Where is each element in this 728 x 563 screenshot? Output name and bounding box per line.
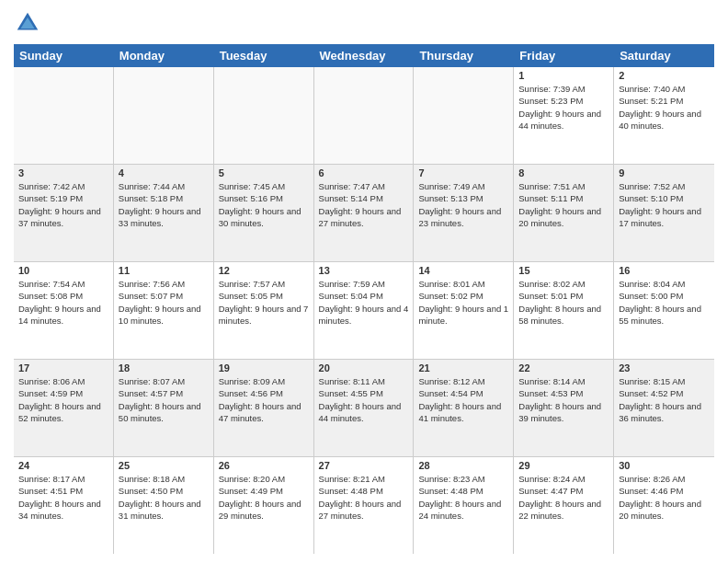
day-info: Sunrise: 8:18 AMSunset: 4:50 PMDaylight:… (119, 473, 209, 522)
day-info: Sunrise: 7:47 AMSunset: 5:14 PMDaylight:… (319, 180, 409, 229)
day-number: 17 (18, 362, 108, 373)
calendar-cell: 25Sunrise: 8:18 AMSunset: 4:50 PMDayligh… (114, 457, 214, 554)
calendar-row: 3Sunrise: 7:42 AMSunset: 5:19 PMDaylight… (14, 165, 714, 262)
day-info: Sunrise: 8:07 AMSunset: 4:57 PMDaylight:… (119, 375, 209, 424)
day-info: Sunrise: 8:11 AMSunset: 4:55 PMDaylight:… (319, 375, 409, 424)
day-info: Sunrise: 8:26 AMSunset: 4:46 PMDaylight:… (619, 473, 710, 522)
day-info: Sunrise: 8:23 AMSunset: 4:48 PMDaylight:… (418, 473, 508, 522)
calendar-cell: 1Sunrise: 7:39 AMSunset: 5:23 PMDaylight… (514, 67, 614, 164)
day-info: Sunrise: 7:44 AMSunset: 5:18 PMDaylight:… (119, 180, 209, 229)
day-number: 26 (219, 460, 309, 471)
calendar-cell: 19Sunrise: 8:09 AMSunset: 4:56 PMDayligh… (214, 360, 314, 456)
calendar-cell: 17Sunrise: 8:06 AMSunset: 4:59 PMDayligh… (14, 360, 114, 456)
weekday-header: Wednesday (314, 44, 415, 67)
calendar-cell: 6Sunrise: 7:47 AMSunset: 5:14 PMDaylight… (314, 165, 415, 261)
calendar-body: 1Sunrise: 7:39 AMSunset: 5:23 PMDaylight… (14, 67, 714, 554)
day-info: Sunrise: 8:06 AMSunset: 4:59 PMDaylight:… (18, 375, 108, 424)
day-info: Sunrise: 8:12 AMSunset: 4:54 PMDaylight:… (418, 375, 508, 424)
day-info: Sunrise: 8:09 AMSunset: 4:56 PMDaylight:… (219, 375, 309, 424)
day-number: 12 (219, 265, 309, 276)
day-number: 15 (518, 265, 609, 276)
calendar-cell: 28Sunrise: 8:23 AMSunset: 4:48 PMDayligh… (414, 457, 514, 554)
calendar-cell: 29Sunrise: 8:24 AMSunset: 4:47 PMDayligh… (514, 457, 614, 554)
day-number: 18 (119, 362, 209, 373)
day-number: 8 (518, 167, 609, 178)
day-info: Sunrise: 7:54 AMSunset: 5:08 PMDaylight:… (18, 278, 108, 327)
calendar-cell: 30Sunrise: 8:26 AMSunset: 4:46 PMDayligh… (614, 457, 714, 554)
calendar-cell: 5Sunrise: 7:45 AMSunset: 5:16 PMDaylight… (214, 165, 314, 261)
day-info: Sunrise: 7:51 AMSunset: 5:11 PMDaylight:… (518, 180, 609, 229)
calendar-cell: 27Sunrise: 8:21 AMSunset: 4:48 PMDayligh… (314, 457, 415, 554)
calendar-row: 10Sunrise: 7:54 AMSunset: 5:08 PMDayligh… (14, 262, 714, 360)
logo (14, 9, 45, 37)
weekday-header: Tuesday (214, 44, 314, 67)
day-info: Sunrise: 7:45 AMSunset: 5:16 PMDaylight:… (219, 180, 309, 229)
day-number: 9 (619, 167, 710, 178)
calendar-cell: 26Sunrise: 8:20 AMSunset: 4:49 PMDayligh… (214, 457, 314, 554)
day-number: 1 (518, 70, 609, 81)
day-number: 6 (319, 167, 409, 178)
day-info: Sunrise: 7:57 AMSunset: 5:05 PMDaylight:… (219, 278, 309, 327)
calendar-cell: 22Sunrise: 8:14 AMSunset: 4:53 PMDayligh… (514, 360, 614, 456)
calendar-cell: 24Sunrise: 8:17 AMSunset: 4:51 PMDayligh… (14, 457, 114, 554)
day-number: 5 (219, 167, 309, 178)
day-info: Sunrise: 7:42 AMSunset: 5:19 PMDaylight:… (18, 180, 108, 229)
page: SundayMondayTuesdayWednesdayThursdayFrid… (0, 0, 728, 563)
calendar-cell: 15Sunrise: 8:02 AMSunset: 5:01 PMDayligh… (514, 262, 614, 359)
calendar-cell: 18Sunrise: 8:07 AMSunset: 4:57 PMDayligh… (114, 360, 214, 456)
calendar-row: 17Sunrise: 8:06 AMSunset: 4:59 PMDayligh… (14, 360, 714, 457)
day-number: 11 (119, 265, 209, 276)
calendar-cell (14, 67, 114, 164)
header (14, 9, 714, 37)
weekday-header: Friday (514, 44, 614, 67)
day-info: Sunrise: 8:14 AMSunset: 4:53 PMDaylight:… (518, 375, 609, 424)
day-info: Sunrise: 8:04 AMSunset: 5:00 PMDaylight:… (619, 278, 710, 327)
day-number: 28 (418, 460, 508, 471)
calendar-cell: 7Sunrise: 7:49 AMSunset: 5:13 PMDaylight… (414, 165, 514, 261)
calendar-cell (314, 67, 415, 164)
day-info: Sunrise: 7:40 AMSunset: 5:21 PMDaylight:… (619, 83, 710, 132)
day-info: Sunrise: 7:39 AMSunset: 5:23 PMDaylight:… (518, 83, 609, 132)
day-number: 30 (619, 460, 710, 471)
calendar-cell: 10Sunrise: 7:54 AMSunset: 5:08 PMDayligh… (14, 262, 114, 359)
day-number: 25 (119, 460, 209, 471)
day-info: Sunrise: 7:56 AMSunset: 5:07 PMDaylight:… (119, 278, 209, 327)
day-number: 23 (619, 362, 710, 373)
weekday-header: Thursday (414, 44, 514, 67)
calendar-cell: 20Sunrise: 8:11 AMSunset: 4:55 PMDayligh… (314, 360, 415, 456)
logo-icon (14, 9, 41, 37)
calendar-row: 1Sunrise: 7:39 AMSunset: 5:23 PMDaylight… (14, 67, 714, 165)
day-info: Sunrise: 7:59 AMSunset: 5:04 PMDaylight:… (319, 278, 409, 327)
day-info: Sunrise: 8:17 AMSunset: 4:51 PMDaylight:… (18, 473, 108, 522)
day-number: 13 (319, 265, 409, 276)
calendar-cell: 2Sunrise: 7:40 AMSunset: 5:21 PMDaylight… (614, 67, 714, 164)
weekday-header: Sunday (14, 44, 114, 67)
calendar-cell: 9Sunrise: 7:52 AMSunset: 5:10 PMDaylight… (614, 165, 714, 261)
day-number: 2 (619, 70, 710, 81)
day-number: 14 (418, 265, 508, 276)
weekday-header: Monday (114, 44, 214, 67)
calendar-cell (214, 67, 314, 164)
calendar: SundayMondayTuesdayWednesdayThursdayFrid… (14, 44, 714, 554)
day-number: 24 (18, 460, 108, 471)
day-info: Sunrise: 8:15 AMSunset: 4:52 PMDaylight:… (619, 375, 710, 424)
calendar-header: SundayMondayTuesdayWednesdayThursdayFrid… (14, 44, 714, 67)
day-number: 27 (319, 460, 409, 471)
calendar-cell: 13Sunrise: 7:59 AMSunset: 5:04 PMDayligh… (314, 262, 415, 359)
day-number: 20 (319, 362, 409, 373)
day-number: 22 (518, 362, 609, 373)
calendar-cell: 12Sunrise: 7:57 AMSunset: 5:05 PMDayligh… (214, 262, 314, 359)
day-number: 21 (418, 362, 508, 373)
calendar-cell: 21Sunrise: 8:12 AMSunset: 4:54 PMDayligh… (414, 360, 514, 456)
calendar-cell (414, 67, 514, 164)
calendar-cell: 11Sunrise: 7:56 AMSunset: 5:07 PMDayligh… (114, 262, 214, 359)
day-number: 16 (619, 265, 710, 276)
calendar-cell (114, 67, 214, 164)
day-info: Sunrise: 7:49 AMSunset: 5:13 PMDaylight:… (418, 180, 508, 229)
day-info: Sunrise: 7:52 AMSunset: 5:10 PMDaylight:… (619, 180, 710, 229)
calendar-cell: 4Sunrise: 7:44 AMSunset: 5:18 PMDaylight… (114, 165, 214, 261)
day-number: 7 (418, 167, 508, 178)
day-number: 3 (18, 167, 108, 178)
day-info: Sunrise: 8:24 AMSunset: 4:47 PMDaylight:… (518, 473, 609, 522)
day-info: Sunrise: 8:02 AMSunset: 5:01 PMDaylight:… (518, 278, 609, 327)
